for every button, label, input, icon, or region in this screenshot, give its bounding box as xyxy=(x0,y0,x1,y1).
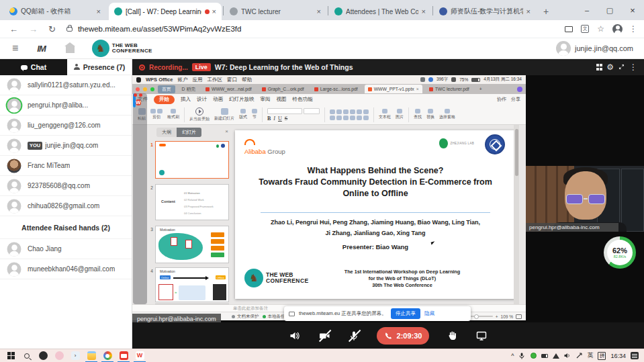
slide-canvas[interactable]: Alibaba Group ZHEJIANG LAB What Happens … xyxy=(235,130,516,299)
wps-icon[interactable]: W xyxy=(136,99,141,105)
taskbar-clock[interactable]: 16:34 xyxy=(610,353,626,359)
mac-zoom-icon[interactable] xyxy=(150,87,154,91)
maximize-button[interactable]: ▢ xyxy=(598,0,621,20)
fullscreen-icon[interactable] xyxy=(618,63,625,72)
hamburger-menu-icon[interactable]: ≡ xyxy=(12,42,18,54)
tray-chevron-icon[interactable]: ^ xyxy=(511,353,514,359)
wps-taskbar-icon[interactable]: W xyxy=(132,349,148,362)
taskbar-search-icon[interactable] xyxy=(19,349,35,362)
menubar-item[interactable]: 工作区 xyxy=(207,77,222,83)
tray-antivirus-icon[interactable] xyxy=(530,353,537,359)
ribbon-tab[interactable]: 设计 xyxy=(197,96,207,103)
bold-button[interactable]: B xyxy=(267,116,271,122)
doc-tab[interactable]: Graph_C...ork.pdf xyxy=(259,85,308,93)
attendee-row[interactable]: liu_genggeng@126.com xyxy=(0,116,132,136)
attendee-row[interactable]: muneebkhan046@gmail.com xyxy=(0,259,132,279)
textbox-button[interactable]: 文本框 xyxy=(379,109,391,120)
minimize-button[interactable]: – xyxy=(576,0,598,20)
slide-thumbnail-4[interactable]: 4 Motivation Online Offline » xyxy=(148,267,229,302)
zoom-level[interactable]: 109 % xyxy=(501,314,513,319)
attendee-row-you[interactable]: YOUjunjie.jin@qq.com xyxy=(0,136,132,156)
camera-off-icon[interactable] xyxy=(318,329,331,343)
doc-tab[interactable]: TWC lecturer.pdf xyxy=(426,85,473,93)
attendee-row[interactable]: sallylin0121@saturn.yzu.ed... xyxy=(0,75,132,95)
cut-copy-group[interactable]: 剪切 xyxy=(150,109,163,120)
selection-pane-button[interactable]: 选择窗格 xyxy=(439,109,455,120)
browser-tab-faculty[interactable]: 师资队伍-数学与计算机学院 × xyxy=(434,3,536,20)
tab-chat[interactable]: Chat xyxy=(0,59,67,75)
back-icon[interactable]: ← xyxy=(9,24,18,34)
italic-button[interactable]: I xyxy=(273,116,275,122)
browser-tab-qqmail[interactable]: QQ邮箱 - 收件箱 × xyxy=(4,3,106,20)
settings-gear-icon[interactable]: ⚙ xyxy=(606,63,614,71)
attendee-row[interactable]: chihua0826@gmail.com xyxy=(0,196,132,216)
mic-off-icon[interactable] xyxy=(347,329,361,343)
translate-icon[interactable]: 文 xyxy=(581,25,589,33)
wps-home-tab[interactable]: 首页 xyxy=(158,85,175,93)
layout-grid-icon[interactable] xyxy=(596,64,603,71)
forward-icon[interactable]: → xyxy=(29,24,38,34)
tab-presence[interactable]: Presence (7) xyxy=(67,59,132,75)
url-text[interactable]: theweb.miteam.eu/asset/53WPimAq2yvWzE3fd xyxy=(78,25,565,33)
browser-tab-attendees[interactable]: Attendees | The Web Conferen × xyxy=(329,3,431,20)
webcam-video[interactable]: pengrui.hpr@alibaba-inc.com xyxy=(526,166,644,232)
browser-tab-call-active[interactable]: [Call] - W7: Deep Learning × xyxy=(109,3,222,20)
font-size-select[interactable] xyxy=(304,108,320,114)
mac-close-icon[interactable] xyxy=(136,87,140,91)
tab-close-icon[interactable]: × xyxy=(416,87,419,91)
share-screen-icon[interactable] xyxy=(475,329,488,343)
hangup-button[interactable]: 2:09:30 xyxy=(377,327,430,345)
tray-mic-icon[interactable] xyxy=(518,353,525,359)
stop-sharing-button[interactable]: 停止共享 xyxy=(391,308,420,319)
ribbon-tab[interactable]: 幻灯片放映 xyxy=(229,96,255,103)
menubar-item[interactable]: 帮助 xyxy=(242,77,252,83)
refresh-icon[interactable]: ↻ xyxy=(48,24,56,34)
ribbon-tab-home[interactable]: 开始 xyxy=(154,95,175,104)
replace-button[interactable]: 替换 xyxy=(426,109,434,120)
font-name-select[interactable] xyxy=(267,108,302,114)
browser-menu-icon[interactable]: ⋮ xyxy=(629,24,637,34)
ribbon-tab[interactable]: 视图 xyxy=(277,96,287,103)
section-button[interactable]: 节 xyxy=(252,109,257,120)
new-doc-tab-button[interactable]: + xyxy=(476,85,486,93)
tab-close-icon[interactable]: × xyxy=(317,7,321,15)
wps-account-icon[interactable] xyxy=(517,87,522,92)
collaborate-button[interactable]: 协作 xyxy=(497,96,506,103)
mail-taskbar-icon[interactable] xyxy=(116,349,132,362)
attendee-row[interactable]: Franc MiTeam xyxy=(0,156,132,176)
ribbon-tab[interactable]: 插入 xyxy=(181,96,191,103)
current-user[interactable]: junjie.jin@qq.com xyxy=(556,41,633,56)
new-slide-button[interactable]: 新建幻灯片 xyxy=(214,108,234,122)
ribbon-tab[interactable]: 动画 xyxy=(213,96,223,103)
slide-thumbnail-2[interactable]: 2 Content 01 Motivation 02 Related Work … xyxy=(148,184,229,220)
tab-close-icon[interactable]: × xyxy=(526,7,531,15)
raise-hand-icon[interactable] xyxy=(445,329,459,343)
menubar-item[interactable]: 应用 xyxy=(192,77,202,83)
fit-screen-icon[interactable] xyxy=(516,314,522,319)
paragraph-tools[interactable] xyxy=(330,109,369,120)
ime-pinyin-icon[interactable]: 拼 xyxy=(598,352,606,360)
tray-volume-icon[interactable] xyxy=(564,353,571,359)
ribbon-tab[interactable]: 审阅 xyxy=(261,96,271,103)
kebab-menu-icon[interactable]: ⋮ xyxy=(629,63,637,71)
mac-minimize-icon[interactable] xyxy=(143,87,147,91)
format-painter-button[interactable]: 格式刷 xyxy=(167,109,179,120)
cast-icon[interactable] xyxy=(565,26,573,32)
wps-docer-tab[interactable]: D 稻壳 xyxy=(179,85,199,93)
tray-battery-icon[interactable] xyxy=(541,353,548,359)
ribbon-tab[interactable]: 特色功能 xyxy=(293,96,313,103)
start-button[interactable] xyxy=(3,349,19,362)
slide-thumbnail-1[interactable]: 1 xyxy=(148,141,229,179)
attendee-row[interactable]: pengrui.hpr@aliba... xyxy=(0,95,132,116)
ime-language-indicator[interactable]: 英 xyxy=(587,351,593,360)
close-button[interactable]: × xyxy=(621,0,644,20)
doc-tab[interactable]: Large-sc...ions.pdf xyxy=(311,85,361,93)
attendee-row[interactable]: Chao Jiang xyxy=(0,239,132,259)
picture-button[interactable]: 图片 xyxy=(396,109,404,120)
notification-center-icon[interactable] xyxy=(631,352,639,359)
im-logo[interactable]: IM xyxy=(37,44,45,54)
new-tab-button[interactable]: + xyxy=(537,3,555,20)
taskbar-app-icon[interactable] xyxy=(35,349,51,362)
outline-tab[interactable]: 大纲 xyxy=(156,128,177,137)
slide-thumbnail-3[interactable]: 3 Motivation xyxy=(148,226,229,263)
